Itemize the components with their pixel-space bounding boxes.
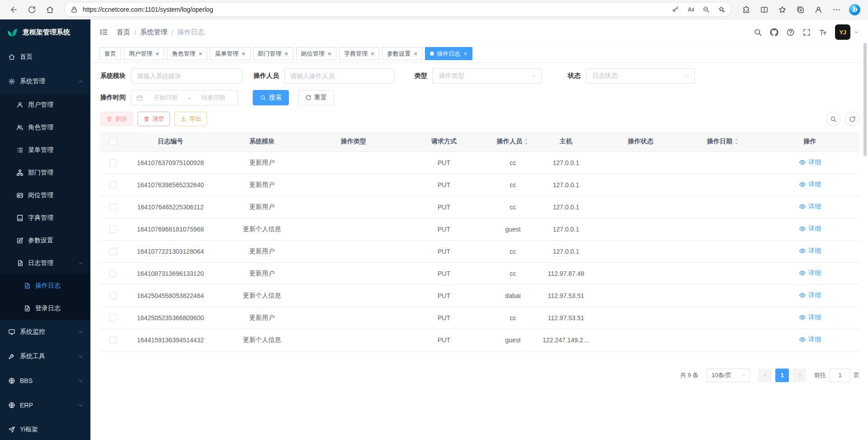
bing-icon[interactable]: b <box>845 2 863 17</box>
sidebar-item-role-mgmt[interactable]: 角色管理 <box>0 116 90 139</box>
sidebar-item-login-log[interactable]: 登录日志 <box>0 297 90 320</box>
table-row[interactable]: 1642505235366809600更新用户PUTcc112.97.53.51… <box>100 307 859 329</box>
sidebar-item-dept-mgmt[interactable]: 部门管理 <box>0 161 90 184</box>
sidebar-item-oper-log[interactable]: 操作日志 <box>0 274 90 297</box>
tab-param-settings[interactable]: 参数设置× <box>382 47 422 60</box>
tab-close-icon[interactable]: × <box>463 51 467 57</box>
goto-page-input[interactable] <box>830 369 850 382</box>
export-button[interactable]: 导出 <box>175 112 207 126</box>
tab-menu-mgmt[interactable]: 菜单管理× <box>210 47 250 60</box>
page-number-1[interactable]: 1 <box>775 369 789 382</box>
table-row[interactable]: 1641077221303128064更新用户PUTcc127.0.0.1详细 <box>100 240 859 262</box>
tab-post-mgmt[interactable]: 岗位管理× <box>296 47 336 60</box>
select-all-checkbox[interactable] <box>109 138 117 145</box>
operator-input[interactable] <box>284 68 395 84</box>
fullscreen-icon[interactable] <box>802 28 811 37</box>
module-input[interactable] <box>131 68 243 84</box>
favorites-icon[interactable] <box>773 2 791 17</box>
collections-icon[interactable] <box>791 2 809 17</box>
sidebar-item-erp[interactable]: ERP <box>0 393 90 417</box>
search-icon[interactable] <box>754 28 762 37</box>
table-row[interactable]: 1641076968181075968更新个人信息PUTguest127.0.0… <box>100 218 859 240</box>
refresh-table-button[interactable] <box>845 112 859 126</box>
add-favorite-icon[interactable] <box>715 3 728 16</box>
detail-link[interactable]: 详细 <box>799 269 821 277</box>
row-checkbox[interactable] <box>109 181 117 189</box>
row-checkbox[interactable] <box>109 314 117 322</box>
sidebar-item-user-mgmt[interactable]: 用户管理 <box>0 94 90 116</box>
toggle-search-button[interactable] <box>826 112 840 126</box>
status-select[interactable]: 日志状态 <box>586 68 695 84</box>
next-page-button[interactable] <box>793 369 806 382</box>
sidebar-fold-icon[interactable] <box>99 28 108 37</box>
help-icon[interactable] <box>786 28 795 37</box>
sidebar-item-menu-mgmt[interactable]: 菜单管理 <box>0 139 90 161</box>
detail-link[interactable]: 详细 <box>799 180 821 189</box>
sidebar-item-system-monitor[interactable]: 系统监控 <box>0 320 90 344</box>
sidebar-item-param-settings[interactable]: 参数设置 <box>0 229 90 252</box>
password-key-icon[interactable] <box>669 3 682 16</box>
prev-page-button[interactable] <box>758 369 772 382</box>
sidebar-item-log-mgmt[interactable]: 日志管理 <box>0 252 90 274</box>
date-range-input[interactable]: 开始日期 - 结束日期 <box>131 90 238 105</box>
table-row[interactable]: 1644159136394514432更新个人信息PUTguest122.247… <box>100 329 859 351</box>
tab-role-mgmt[interactable]: 角色管理× <box>167 47 207 60</box>
tab-close-icon[interactable]: × <box>241 51 245 57</box>
sidebar-item-home[interactable]: 首页 <box>0 45 90 69</box>
browser-profile-icon[interactable] <box>809 2 827 17</box>
detail-link[interactable]: 详细 <box>799 336 821 344</box>
tab-close-icon[interactable]: × <box>156 51 159 57</box>
browser-settings-icon[interactable] <box>827 2 845 17</box>
table-row[interactable]: 1642504558053822464更新个人信息PUTdabai112.97.… <box>100 284 859 307</box>
tab-user-mgmt[interactable]: 用户管理× <box>124 47 164 60</box>
sort-carets-icon[interactable] <box>734 137 739 146</box>
row-checkbox[interactable] <box>109 270 117 277</box>
detail-link[interactable]: 详细 <box>799 225 821 233</box>
detail-link[interactable]: 详细 <box>799 203 821 211</box>
table-row[interactable]: 1641076370975100928更新用户PUTcc127.0.0.1详细 <box>100 151 859 174</box>
table-row[interactable]: 1641087313696133120更新用户PUTcc112.97.87.48… <box>100 262 859 284</box>
detail-link[interactable]: 详细 <box>799 313 821 322</box>
tab-home[interactable]: 首页 <box>99 47 121 60</box>
read-aloud-icon[interactable] <box>684 3 698 16</box>
sidebar-item-system-mgmt[interactable]: 系统管理 <box>0 69 90 94</box>
row-checkbox[interactable] <box>109 226 117 233</box>
sort-carets-icon[interactable] <box>524 137 529 146</box>
extensions-icon[interactable] <box>737 2 755 17</box>
sidebar-item-post-mgmt[interactable]: 岗位管理 <box>0 184 90 207</box>
table-row[interactable]: 1641076465225306112更新用户PUTcc127.0.0.1详细 <box>100 196 859 218</box>
split-screen-icon[interactable] <box>755 2 773 17</box>
table-row[interactable]: 1641076398565232640更新用户PUTcc127.0.0.1详细 <box>100 174 859 196</box>
detail-link[interactable]: 详细 <box>799 247 821 255</box>
sidebar-item-dict-mgmt[interactable]: 字典管理 <box>0 207 90 229</box>
github-icon[interactable] <box>770 28 778 37</box>
tab-close-icon[interactable]: × <box>371 51 374 57</box>
browser-home-button[interactable] <box>41 2 59 17</box>
reset-button[interactable]: 重置 <box>298 90 334 105</box>
tab-close-icon[interactable]: × <box>198 51 202 57</box>
font-size-icon[interactable] <box>819 28 827 37</box>
delete-button[interactable]: 删除 <box>100 112 133 126</box>
search-button[interactable]: 搜索 <box>253 90 289 105</box>
clear-button[interactable]: 清空 <box>137 112 170 126</box>
row-checkbox[interactable] <box>109 203 117 211</box>
breadcrumb-home[interactable]: 首页 <box>117 28 130 37</box>
page-size-select[interactable]: 10条/页 <box>707 369 750 382</box>
avatar[interactable]: YJ <box>835 24 850 40</box>
sidebar-item-system-tools[interactable]: 系统工具 <box>0 344 90 369</box>
column-header-date[interactable]: 操作日期 <box>686 132 760 151</box>
tab-dict-mgmt[interactable]: 字典管理× <box>339 47 379 60</box>
scrollbar-thumb[interactable] <box>863 43 867 156</box>
row-checkbox[interactable] <box>109 336 117 344</box>
type-select[interactable]: 操作类型 <box>433 68 542 84</box>
tab-close-icon[interactable]: × <box>414 51 417 57</box>
row-checkbox[interactable] <box>109 248 117 255</box>
tab-close-icon[interactable]: × <box>285 51 288 57</box>
row-checkbox[interactable] <box>109 159 117 166</box>
zoom-out-icon[interactable] <box>699 3 713 16</box>
tab-close-icon[interactable]: × <box>328 51 331 57</box>
sidebar-item-bbs[interactable]: BBS <box>0 369 90 393</box>
detail-link[interactable]: 详细 <box>799 291 821 299</box>
browser-back-button[interactable] <box>5 2 23 17</box>
column-header-operator[interactable]: 操作人员 <box>489 132 537 151</box>
